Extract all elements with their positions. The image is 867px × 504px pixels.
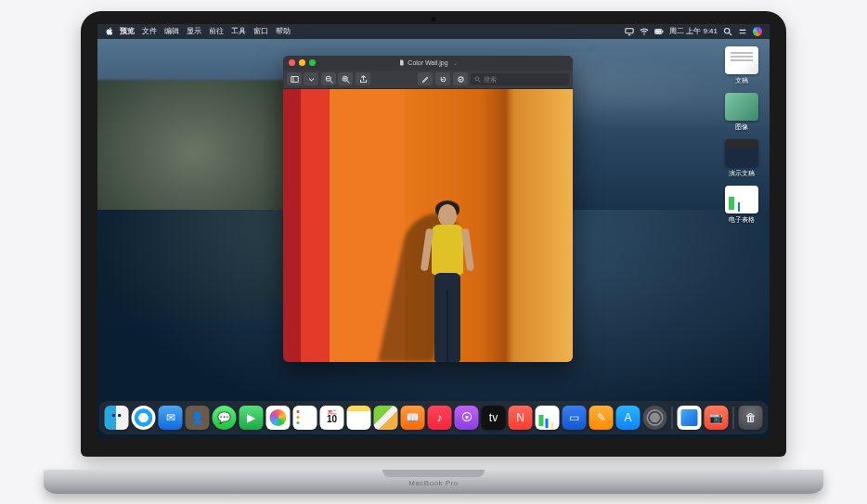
sidebar-toggle-button[interactable] [287, 72, 302, 85]
preview-window[interactable]: Color Wall.jpg ⌄ [283, 56, 573, 362]
stack-images[interactable]: 图像 [719, 93, 764, 132]
menu-help[interactable]: 帮助 [276, 26, 291, 36]
laptop-frame: 预览 文件 编辑 显示 前往 工具 窗口 帮助 周二 上午 9:41 [44, 11, 823, 494]
screen-bezel: 预览 文件 编辑 显示 前往 工具 窗口 帮助 周二 上午 9:41 [81, 11, 786, 457]
file-icon [398, 59, 405, 66]
stack-documents[interactable]: 文稿 [719, 46, 764, 85]
person-figure [420, 204, 475, 362]
dock-calendar[interactable]: 周二 10 [320, 406, 344, 430]
menu-edit[interactable]: 编辑 [164, 26, 179, 36]
dock: ✉︎ 👤 💬 ▶︎ 周二 10 📖 ♪ ⦿ tv N ▭ ✎ [99, 401, 769, 434]
control-center-icon[interactable] [738, 27, 747, 36]
svg-rect-0 [626, 28, 633, 32]
menu-clock[interactable]: 周二 上午 9:41 [669, 26, 718, 36]
dock-appstore[interactable]: A [616, 406, 641, 430]
svg-rect-4 [655, 30, 661, 33]
dock-messages[interactable]: 💬 [213, 406, 237, 430]
documents-stack-icon [725, 46, 758, 74]
dock-photobooth[interactable]: 📷 [705, 406, 729, 430]
dock-podcasts[interactable]: ⦿ [455, 406, 479, 430]
menu-bar: 预览 文件 编辑 显示 前往 工具 窗口 帮助 周二 上午 9:41 [97, 24, 770, 39]
dock-separator [733, 407, 734, 429]
menu-app-name[interactable]: 预览 [120, 26, 135, 36]
dock-finder[interactable] [105, 406, 129, 430]
dock-trash[interactable]: 🗑 [739, 406, 763, 430]
menu-window[interactable]: 窗口 [253, 26, 268, 36]
markup-button[interactable] [453, 72, 468, 85]
presentations-stack-icon [725, 139, 758, 167]
laptop-base: MacBook Pro [44, 470, 823, 494]
stack-label: 演示文稿 [729, 169, 755, 178]
image-content[interactable] [283, 89, 573, 362]
camera-dot [432, 17, 436, 21]
dock-music[interactable]: ♪ [428, 406, 452, 430]
dock-maps[interactable] [374, 406, 398, 430]
zoom-out-button[interactable] [321, 72, 336, 85]
svg-rect-3 [663, 30, 664, 32]
highlight-button[interactable] [418, 72, 433, 85]
rotate-button[interactable] [435, 72, 450, 85]
dock-books[interactable]: 📖 [401, 406, 425, 430]
traffic-lights [289, 59, 316, 66]
stack-label: 文稿 [735, 76, 748, 85]
spreadsheets-stack-icon [725, 186, 758, 213]
laptop-notch [382, 470, 485, 477]
svg-point-10 [475, 76, 479, 80]
menu-left: 预览 文件 编辑 显示 前往 工具 窗口 帮助 [120, 26, 291, 36]
dock-facetime[interactable]: ▶︎ [239, 406, 264, 430]
window-titlebar[interactable]: Color Wall.jpg ⌄ [283, 56, 573, 71]
menu-go[interactable]: 前往 [209, 26, 224, 36]
dock-numbers[interactable] [536, 406, 560, 430]
apple-menu-icon[interactable] [105, 27, 114, 36]
zoom-in-button[interactable] [338, 72, 353, 85]
window-title-text: Color Wall.jpg [408, 59, 447, 66]
battery-icon[interactable] [654, 27, 664, 36]
dock-reminders[interactable] [293, 406, 317, 430]
dock-photos[interactable] [266, 406, 291, 430]
dock-preview[interactable] [678, 406, 702, 430]
dock-pages[interactable]: ✎ [589, 406, 614, 430]
search-input[interactable] [484, 76, 565, 83]
dock-separator [672, 407, 673, 429]
dock-safari[interactable] [132, 406, 156, 430]
stack-label: 图像 [735, 123, 748, 132]
menu-tools[interactable]: 工具 [231, 26, 246, 36]
svg-point-5 [724, 28, 730, 33]
fullscreen-button[interactable] [309, 59, 316, 66]
menu-view[interactable]: 显示 [187, 26, 201, 36]
minimize-button[interactable] [299, 59, 305, 66]
airplay-icon[interactable] [625, 27, 634, 36]
laptop-model-label: MacBook Pro [408, 479, 459, 487]
close-button[interactable] [289, 59, 295, 66]
menu-file[interactable]: 文件 [142, 26, 157, 36]
calendar-day: 10 [327, 415, 337, 424]
dock-tv[interactable]: tv [482, 406, 506, 430]
view-dropdown-button[interactable] [304, 72, 318, 85]
desktop-screen: 预览 文件 编辑 显示 前往 工具 窗口 帮助 周二 上午 9:41 [97, 24, 770, 438]
dock-news[interactable]: N [509, 406, 533, 430]
svg-rect-6 [291, 76, 298, 82]
menu-right: 周二 上午 9:41 [625, 26, 762, 36]
search-icon [474, 76, 481, 83]
dock-settings[interactable] [643, 406, 667, 430]
spotlight-icon[interactable] [723, 27, 732, 36]
wifi-icon[interactable] [640, 27, 649, 36]
dock-mail[interactable]: ✉︎ [159, 406, 183, 430]
stack-label: 电子表格 [729, 215, 755, 225]
dock-notes[interactable] [347, 406, 371, 430]
stack-spreadsheets[interactable]: 电子表格 [719, 186, 764, 225]
dock-contacts[interactable]: 👤 [186, 406, 210, 430]
siri-icon[interactable] [753, 27, 762, 36]
dock-keynote[interactable]: ▭ [563, 406, 587, 430]
share-button[interactable] [356, 72, 370, 85]
search-field[interactable] [471, 73, 569, 85]
chevron-down-icon: ⌄ [453, 59, 458, 66]
svg-point-1 [643, 33, 644, 34]
stack-presentations[interactable]: 演示文稿 [719, 139, 764, 178]
window-title[interactable]: Color Wall.jpg ⌄ [398, 59, 457, 66]
desktop-stacks: 文稿 图像 演示文稿 电子表格 [719, 46, 764, 225]
images-stack-icon [725, 93, 758, 121]
window-toolbar [283, 71, 573, 89]
